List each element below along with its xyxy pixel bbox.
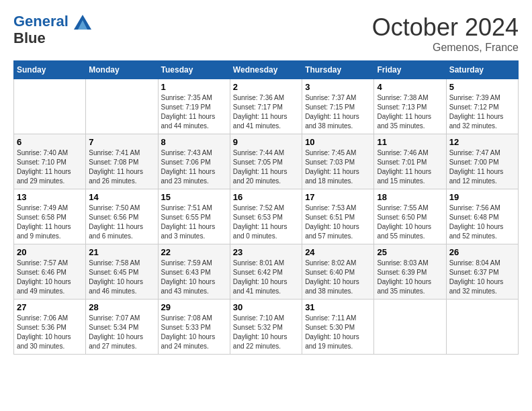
day-info: Sunrise: 7:35 AM Sunset: 7:19 PM Dayligh… bbox=[161, 93, 227, 131]
calendar-cell: 10Sunrise: 7:45 AM Sunset: 7:03 PM Dayli… bbox=[302, 134, 374, 189]
calendar-cell: 21Sunrise: 7:58 AM Sunset: 6:45 PM Dayli… bbox=[86, 244, 158, 300]
day-number: 16 bbox=[233, 192, 299, 202]
day-number: 18 bbox=[377, 192, 443, 202]
day-number: 8 bbox=[161, 137, 227, 147]
day-number: 4 bbox=[377, 82, 443, 92]
weekday-header-wednesday: Wednesday bbox=[230, 61, 302, 79]
calendar-cell: 9Sunrise: 7:44 AM Sunset: 7:05 PM Daylig… bbox=[230, 134, 302, 189]
calendar-cell: 23Sunrise: 8:01 AM Sunset: 6:42 PM Dayli… bbox=[230, 244, 302, 300]
calendar-cell: 4Sunrise: 7:38 AM Sunset: 7:13 PM Daylig… bbox=[374, 79, 446, 134]
day-info: Sunrise: 7:43 AM Sunset: 7:06 PM Dayligh… bbox=[161, 148, 227, 186]
weekday-header-tuesday: Tuesday bbox=[158, 61, 230, 79]
calendar-cell: 17Sunrise: 7:53 AM Sunset: 6:51 PM Dayli… bbox=[302, 189, 374, 244]
calendar-cell: 31Sunrise: 7:11 AM Sunset: 5:30 PM Dayli… bbox=[302, 300, 374, 355]
day-number: 12 bbox=[449, 137, 515, 147]
calendar-cell bbox=[86, 79, 158, 134]
day-number: 27 bbox=[17, 302, 83, 312]
day-number: 11 bbox=[377, 137, 443, 147]
calendar-cell: 27Sunrise: 7:06 AM Sunset: 5:36 PM Dayli… bbox=[14, 300, 86, 355]
calendar-cell: 29Sunrise: 7:08 AM Sunset: 5:33 PM Dayli… bbox=[158, 300, 230, 355]
calendar-cell: 5Sunrise: 7:39 AM Sunset: 7:12 PM Daylig… bbox=[446, 79, 518, 134]
calendar-cell: 2Sunrise: 7:36 AM Sunset: 7:17 PM Daylig… bbox=[230, 79, 302, 134]
day-info: Sunrise: 7:10 AM Sunset: 5:32 PM Dayligh… bbox=[233, 314, 299, 351]
calendar-cell: 16Sunrise: 7:52 AM Sunset: 6:53 PM Dayli… bbox=[230, 189, 302, 244]
day-info: Sunrise: 8:04 AM Sunset: 6:37 PM Dayligh… bbox=[449, 259, 515, 296]
day-number: 22 bbox=[161, 247, 227, 257]
day-info: Sunrise: 7:07 AM Sunset: 5:34 PM Dayligh… bbox=[89, 314, 154, 351]
weekday-header-saturday: Saturday bbox=[446, 61, 518, 79]
calendar-cell: 20Sunrise: 7:57 AM Sunset: 6:46 PM Dayli… bbox=[14, 244, 86, 300]
day-info: Sunrise: 7:41 AM Sunset: 7:08 PM Dayligh… bbox=[89, 148, 154, 186]
day-number: 30 bbox=[233, 302, 299, 312]
day-number: 13 bbox=[17, 192, 83, 202]
month-title: October 2024 bbox=[372, 13, 519, 42]
day-info: Sunrise: 7:55 AM Sunset: 6:50 PM Dayligh… bbox=[377, 203, 443, 241]
day-info: Sunrise: 7:36 AM Sunset: 7:17 PM Dayligh… bbox=[233, 93, 299, 131]
day-info: Sunrise: 8:03 AM Sunset: 6:39 PM Dayligh… bbox=[377, 259, 443, 296]
calendar-cell: 22Sunrise: 7:59 AM Sunset: 6:43 PM Dayli… bbox=[158, 244, 230, 300]
calendar-cell: 7Sunrise: 7:41 AM Sunset: 7:08 PM Daylig… bbox=[86, 134, 158, 189]
day-info: Sunrise: 7:50 AM Sunset: 6:56 PM Dayligh… bbox=[89, 203, 154, 241]
day-info: Sunrise: 7:44 AM Sunset: 7:05 PM Dayligh… bbox=[233, 148, 299, 186]
calendar-cell: 14Sunrise: 7:50 AM Sunset: 6:56 PM Dayli… bbox=[86, 189, 158, 244]
weekday-header-monday: Monday bbox=[86, 61, 158, 79]
calendar-cell: 26Sunrise: 8:04 AM Sunset: 6:37 PM Dayli… bbox=[446, 244, 518, 300]
day-number: 14 bbox=[89, 192, 154, 202]
day-number: 9 bbox=[233, 137, 299, 147]
day-info: Sunrise: 7:58 AM Sunset: 6:45 PM Dayligh… bbox=[89, 259, 154, 296]
day-number: 1 bbox=[161, 82, 227, 92]
day-info: Sunrise: 7:46 AM Sunset: 7:01 PM Dayligh… bbox=[377, 148, 443, 186]
calendar-cell: 11Sunrise: 7:46 AM Sunset: 7:01 PM Dayli… bbox=[374, 134, 446, 189]
day-info: Sunrise: 7:38 AM Sunset: 7:13 PM Dayligh… bbox=[377, 93, 443, 131]
day-info: Sunrise: 7:45 AM Sunset: 7:03 PM Dayligh… bbox=[305, 148, 371, 186]
day-info: Sunrise: 7:40 AM Sunset: 7:10 PM Dayligh… bbox=[17, 148, 83, 186]
day-info: Sunrise: 7:39 AM Sunset: 7:12 PM Dayligh… bbox=[449, 93, 515, 131]
day-number: 23 bbox=[233, 247, 299, 257]
day-number: 15 bbox=[161, 192, 227, 202]
day-info: Sunrise: 7:49 AM Sunset: 6:58 PM Dayligh… bbox=[17, 203, 83, 241]
day-number: 19 bbox=[449, 192, 515, 202]
day-number: 10 bbox=[305, 137, 371, 147]
calendar-cell bbox=[14, 79, 86, 134]
day-number: 17 bbox=[305, 192, 371, 202]
day-number: 24 bbox=[305, 247, 371, 257]
logo-line2: Blue bbox=[13, 30, 91, 47]
logo-line1: General bbox=[13, 13, 69, 30]
weekday-header-friday: Friday bbox=[374, 61, 446, 79]
day-number: 7 bbox=[89, 137, 154, 147]
day-number: 26 bbox=[449, 247, 515, 257]
day-info: Sunrise: 7:11 AM Sunset: 5:30 PM Dayligh… bbox=[305, 314, 371, 351]
calendar-cell: 15Sunrise: 7:51 AM Sunset: 6:55 PM Dayli… bbox=[158, 189, 230, 244]
logo: General Blue bbox=[13, 13, 91, 47]
calendar-cell: 24Sunrise: 8:02 AM Sunset: 6:40 PM Dayli… bbox=[302, 244, 374, 300]
title-area: October 2024 Gemenos, France bbox=[372, 13, 519, 54]
day-info: Sunrise: 8:02 AM Sunset: 6:40 PM Dayligh… bbox=[305, 259, 371, 296]
day-number: 31 bbox=[305, 302, 371, 312]
day-info: Sunrise: 7:56 AM Sunset: 6:48 PM Dayligh… bbox=[449, 203, 515, 241]
calendar-cell: 28Sunrise: 7:07 AM Sunset: 5:34 PM Dayli… bbox=[86, 300, 158, 355]
calendar-cell: 8Sunrise: 7:43 AM Sunset: 7:06 PM Daylig… bbox=[158, 134, 230, 189]
calendar-cell: 6Sunrise: 7:40 AM Sunset: 7:10 PM Daylig… bbox=[14, 134, 86, 189]
calendar-cell: 19Sunrise: 7:56 AM Sunset: 6:48 PM Dayli… bbox=[446, 189, 518, 244]
day-number: 3 bbox=[305, 82, 371, 92]
calendar-cell: 12Sunrise: 7:47 AM Sunset: 7:00 PM Dayli… bbox=[446, 134, 518, 189]
calendar-cell: 13Sunrise: 7:49 AM Sunset: 6:58 PM Dayli… bbox=[14, 189, 86, 244]
calendar-cell: 30Sunrise: 7:10 AM Sunset: 5:32 PM Dayli… bbox=[230, 300, 302, 355]
calendar-cell: 1Sunrise: 7:35 AM Sunset: 7:19 PM Daylig… bbox=[158, 79, 230, 134]
day-info: Sunrise: 7:47 AM Sunset: 7:00 PM Dayligh… bbox=[449, 148, 515, 186]
page-header: General Blue October 2024 Gemenos, Franc… bbox=[13, 13, 519, 54]
calendar-cell bbox=[374, 300, 446, 355]
day-info: Sunrise: 7:53 AM Sunset: 6:51 PM Dayligh… bbox=[305, 203, 371, 241]
day-info: Sunrise: 7:51 AM Sunset: 6:55 PM Dayligh… bbox=[161, 203, 227, 241]
location: Gemenos, France bbox=[372, 42, 519, 54]
day-number: 25 bbox=[377, 247, 443, 257]
day-number: 2 bbox=[233, 82, 299, 92]
day-info: Sunrise: 8:01 AM Sunset: 6:42 PM Dayligh… bbox=[233, 259, 299, 296]
calendar-cell: 18Sunrise: 7:55 AM Sunset: 6:50 PM Dayli… bbox=[374, 189, 446, 244]
day-number: 21 bbox=[89, 247, 154, 257]
day-info: Sunrise: 7:06 AM Sunset: 5:36 PM Dayligh… bbox=[17, 314, 83, 351]
day-info: Sunrise: 7:59 AM Sunset: 6:43 PM Dayligh… bbox=[161, 259, 227, 296]
calendar: SundayMondayTuesdayWednesdayThursdayFrid… bbox=[13, 60, 519, 355]
day-number: 5 bbox=[449, 82, 515, 92]
day-number: 20 bbox=[17, 247, 83, 257]
